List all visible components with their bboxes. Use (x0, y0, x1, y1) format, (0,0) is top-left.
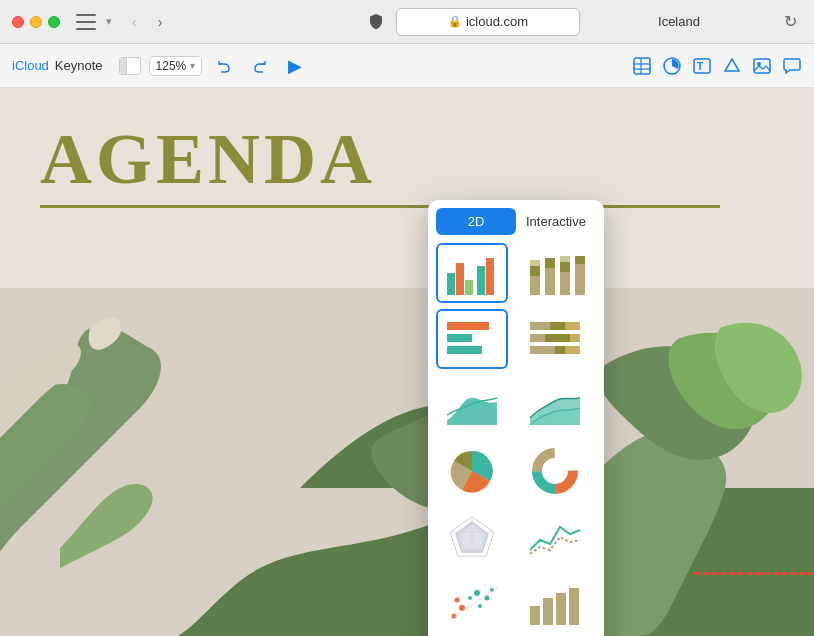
svg-rect-29 (530, 322, 550, 330)
svg-rect-19 (545, 268, 555, 295)
area-chart-item[interactable] (436, 375, 508, 435)
back-button[interactable]: ‹ (124, 12, 144, 32)
svg-rect-12 (456, 263, 464, 295)
forward-button[interactable]: › (150, 12, 170, 32)
grouped-bar-chart-item[interactable] (436, 243, 508, 303)
svg-rect-7 (754, 59, 770, 73)
svg-point-51 (455, 598, 460, 603)
svg-rect-13 (465, 280, 473, 295)
page-title: Iceland (658, 14, 700, 29)
stacked-bar-chart-item[interactable] (519, 243, 591, 303)
app-toolbar: iCloud Keynote 125% ▾ ▶ (0, 44, 814, 88)
url-text: icloud.com (466, 14, 528, 29)
svg-rect-11 (447, 273, 455, 295)
svg-rect-33 (545, 334, 570, 342)
stacked-horizontal-chart-item[interactable] (519, 309, 591, 369)
svg-rect-37 (565, 346, 580, 354)
slide-canvas: AGENDA 2D Interactive (0, 88, 814, 636)
svg-rect-18 (530, 260, 540, 266)
bar-chart2-item[interactable] (519, 573, 591, 633)
zoom-button[interactable] (48, 16, 60, 28)
svg-rect-25 (575, 256, 585, 264)
svg-rect-58 (543, 598, 553, 625)
redo-button[interactable] (246, 52, 274, 80)
chart-type-popup: 2D Interactive (428, 200, 604, 636)
pie-chart-item[interactable] (436, 441, 508, 501)
keynote-label: Keynote (55, 58, 103, 73)
interactive-area-chart-item[interactable] (519, 375, 591, 435)
zoom-control[interactable]: 125% ▾ (149, 56, 203, 76)
svg-rect-0 (634, 58, 650, 74)
slide-title: AGENDA (40, 118, 720, 201)
redo-icon (251, 57, 269, 75)
svg-text:T: T (697, 61, 703, 72)
tab-2d[interactable]: 2D (436, 208, 516, 235)
svg-rect-23 (560, 256, 570, 262)
icloud-label: iCloud (12, 58, 49, 73)
comment-icon[interactable] (782, 56, 802, 76)
svg-point-52 (478, 604, 482, 608)
svg-rect-28 (447, 346, 482, 354)
chart-icon[interactable] (662, 56, 682, 76)
svg-rect-59 (556, 593, 566, 625)
radar-chart-item[interactable] (436, 507, 508, 567)
svg-rect-20 (545, 258, 555, 268)
tab-interactive[interactable]: Interactive (516, 208, 596, 235)
chart-grid (428, 235, 604, 636)
svg-rect-35 (530, 346, 555, 354)
svg-rect-27 (447, 334, 472, 342)
dashed-decoration (694, 572, 814, 576)
address-bar[interactable]: 🔒 icloud.com (396, 8, 580, 36)
svg-point-42 (546, 462, 564, 480)
donut-chart-item[interactable] (519, 441, 591, 501)
shape-icon[interactable] (722, 56, 742, 76)
title-underline (40, 205, 720, 208)
svg-rect-57 (530, 606, 540, 625)
sidebar-toggle-icon[interactable] (76, 14, 96, 30)
traffic-lights (12, 16, 60, 28)
svg-point-50 (468, 596, 472, 600)
play-button[interactable]: ▶ (288, 55, 302, 77)
slide-title-area: AGENDA (40, 118, 720, 208)
sidebar-chevron-icon: ▾ (106, 15, 112, 28)
svg-rect-21 (560, 272, 570, 295)
svg-rect-30 (550, 322, 565, 330)
lock-icon: 🔒 (448, 15, 462, 28)
close-button[interactable] (12, 16, 24, 28)
chart-type-tabs: 2D Interactive (428, 200, 604, 235)
line-chart-item[interactable] (519, 507, 591, 567)
table-icon[interactable] (632, 56, 652, 76)
svg-rect-17 (530, 266, 540, 276)
horizontal-bar-chart-item[interactable] (436, 309, 508, 369)
svg-rect-24 (575, 264, 585, 295)
view-toggle[interactable] (119, 57, 141, 75)
svg-rect-60 (569, 588, 579, 625)
svg-line-56 (450, 588, 497, 620)
scatter-chart-item[interactable] (436, 573, 508, 633)
reload-button[interactable]: ↻ (778, 10, 802, 34)
svg-rect-15 (486, 258, 494, 295)
text-icon[interactable]: T (692, 56, 712, 76)
svg-rect-32 (530, 334, 545, 342)
zoom-value: 125% (156, 59, 187, 73)
zoom-chevron-icon: ▾ (190, 60, 195, 71)
image-icon[interactable] (752, 56, 772, 76)
undo-icon (215, 57, 233, 75)
svg-rect-26 (447, 322, 489, 330)
browser-titlebar: ▾ ‹ › 🔒 icloud.com Iceland ↻ (0, 0, 814, 44)
svg-rect-34 (570, 334, 580, 342)
minimize-button[interactable] (30, 16, 42, 28)
svg-rect-22 (560, 262, 570, 272)
svg-rect-31 (565, 322, 580, 330)
svg-rect-16 (530, 276, 540, 295)
svg-rect-14 (477, 266, 485, 295)
shield-icon (368, 13, 384, 31)
svg-rect-36 (555, 346, 565, 354)
undo-button[interactable] (210, 52, 238, 80)
app-brand: iCloud Keynote (12, 58, 103, 73)
svg-point-53 (474, 590, 480, 596)
